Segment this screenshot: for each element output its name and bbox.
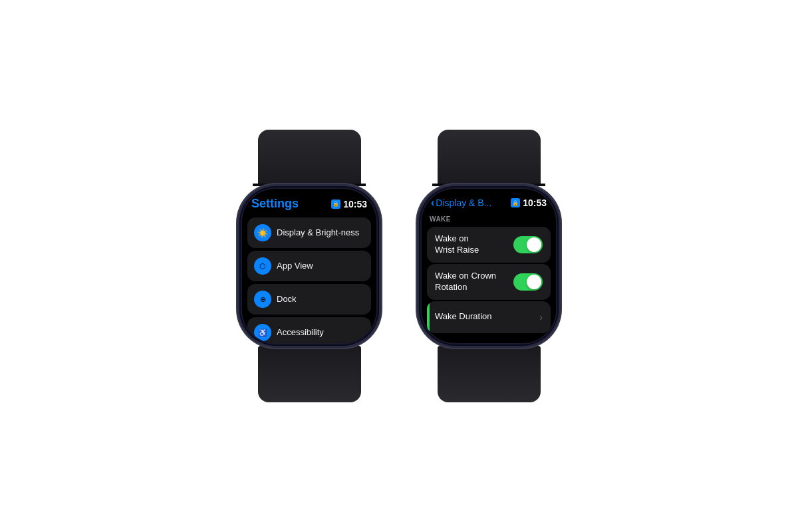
appview-icon: ⬡ [254,257,271,275]
band-top-2 [438,130,541,186]
dock-icon: ⊕ [254,291,271,308]
accessibility-label: Accessibility [277,327,324,338]
time-text-2: 10:53 [523,198,547,208]
accessibility-icon: ♿ [254,324,271,341]
watch-body-2: ‹ Display & B... 🔒 10:53 WAKE Wake onWri… [419,186,559,346]
toggle-knob-wrist [527,237,541,252]
wake-duration-chevron-icon: › [539,312,543,323]
wake-settings-list: Wake onWrist Raise Wake on CrownRotation… [422,225,556,343]
menu-item-dock[interactable]: ⊕ Dock [247,284,371,315]
time-display-1: 🔒 10:53 [331,199,367,209]
watch-screen-1: Settings 🔒 10:53 ☀️ Display & Bright-nes… [242,189,376,343]
time-display-2: 🔒 10:53 [511,198,547,208]
watch-2: ‹ Display & B... 🔒 10:53 WAKE Wake onWri… [419,130,559,402]
time-icon-2: 🔒 [511,198,520,207]
menu-item-display[interactable]: ☀️ Display & Bright-ness [247,217,371,248]
time-text-1: 10:53 [343,199,367,209]
band-bottom-2 [438,346,541,402]
watch-1: Settings 🔒 10:53 ☀️ Display & Bright-nes… [239,130,379,402]
wake-crown-rotation-item[interactable]: Wake on CrownRotation [427,264,551,300]
back-button[interactable]: ‹ Display & B... [431,197,491,209]
back-chevron-icon: ‹ [431,197,434,209]
settings-title: Settings [251,197,299,211]
appview-label: App View [277,261,313,271]
back-title: Display & B... [436,198,491,208]
time-icon-1: 🔒 [331,200,340,209]
display-label: Display & Bright-ness [277,227,359,238]
wake-wrist-raise-label: Wake onWrist Raise [435,233,513,256]
menu-item-accessibility[interactable]: ♿ Accessibility [247,317,371,343]
band-top-1 [258,130,361,186]
dock-label: Dock [277,294,297,305]
display-icon: ☀️ [254,224,271,241]
wake-crown-rotation-toggle[interactable] [513,273,543,291]
watch-screen-2: ‹ Display & B... 🔒 10:53 WAKE Wake onWri… [422,189,556,343]
wake-section-label: WAKE [422,213,556,225]
toggle-knob-crown [527,275,541,289]
wake-wrist-raise-item[interactable]: Wake onWrist Raise [427,227,551,263]
wake-wrist-raise-toggle[interactable] [513,236,543,253]
wake-duration-label: Wake Duration [435,311,539,323]
wake-crown-rotation-label: Wake on CrownRotation [435,271,513,293]
settings-menu: ☀️ Display & Bright-ness ⬡ App View ⊕ Do… [242,215,376,343]
wake-duration-item[interactable]: Wake Duration › [427,301,551,333]
screen-header-2: ‹ Display & B... 🔒 10:53 [422,189,556,213]
screen-header-1: Settings 🔒 10:53 [242,189,376,215]
band-bottom-1 [258,346,361,402]
menu-item-appview[interactable]: ⬡ App View [247,251,371,281]
watch-body-1: Settings 🔒 10:53 ☀️ Display & Bright-nes… [239,186,379,346]
